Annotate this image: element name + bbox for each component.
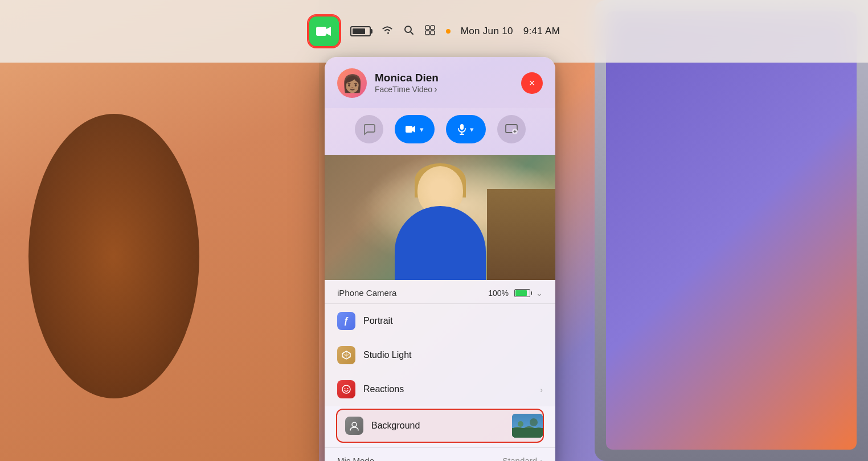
background-person-left (0, 0, 319, 461)
search-icon[interactable] (404, 25, 414, 38)
background-preview-svg (512, 414, 543, 438)
svg-rect-8 (406, 126, 412, 133)
contact-info: Monica Dien FaceTime Video (337, 68, 439, 98)
studio-light-item-left: Studio Light (337, 346, 412, 364)
video-person (383, 160, 497, 280)
svg-line-3 (410, 31, 413, 34)
svg-point-16 (345, 388, 346, 389)
camera-label: iPhone Camera (337, 288, 396, 298)
video-background-shelf (487, 189, 555, 280)
svg-rect-5 (431, 26, 435, 30)
svg-point-17 (347, 388, 349, 389)
portrait-icon: ƒ (337, 312, 355, 330)
close-button[interactable]: × (521, 72, 543, 94)
background-menu-item[interactable]: Background (336, 409, 544, 443)
menu-bar: Mon Jun 10 9:41 AM (0, 0, 868, 63)
facetime-menubar-icon[interactable] (308, 15, 340, 47)
screen-share-icon (505, 124, 518, 135)
message-button[interactable] (355, 115, 383, 143)
svg-point-18 (352, 422, 357, 427)
portrait-label: Portrait (363, 316, 393, 326)
svg-marker-9 (412, 126, 415, 133)
reactions-label: Reactions (363, 384, 404, 394)
reactions-svg-icon (341, 384, 351, 394)
portrait-item-left: ƒ Portrait (337, 312, 393, 330)
camera-expand-chevron[interactable]: ⌄ (536, 289, 543, 298)
camera-battery-icon (514, 289, 530, 297)
reactions-item-left: Reactions (337, 380, 404, 398)
svg-rect-0 (316, 27, 326, 36)
svg-rect-20 (512, 429, 543, 438)
wifi-icon (381, 25, 394, 38)
video-preview (325, 155, 555, 280)
status-dot (446, 29, 451, 34)
mic-mode-label: Mic Mode (337, 456, 374, 461)
background-thumbnail (512, 414, 543, 438)
reactions-chevron: › (540, 385, 543, 394)
background-row-wrapper: Background (325, 406, 555, 447)
camera-battery-row: 100% ⌄ (488, 289, 543, 298)
svg-marker-1 (326, 27, 331, 36)
video-icon (405, 125, 416, 134)
video-camera-icon (315, 22, 333, 40)
background-label: Background (371, 421, 420, 431)
video-chevron: ▾ (420, 125, 424, 134)
screen-share-button[interactable] (497, 115, 526, 143)
menu-time: 9:41 AM (523, 26, 560, 37)
camera-battery-percent: 100% (488, 289, 509, 298)
battery-indicator (350, 26, 371, 36)
avatar (337, 68, 367, 98)
reactions-menu-item[interactable]: Reactions › (325, 372, 555, 406)
mic-button[interactable]: ▾ (446, 115, 486, 143)
video-person-body (395, 206, 486, 280)
background-icon (345, 417, 363, 435)
studio-light-label: Studio Light (363, 350, 412, 360)
contact-name: Monica Dien (375, 72, 439, 85)
controls-row: ▾ ▾ (325, 108, 555, 155)
panel-header: Monica Dien FaceTime Video × (325, 57, 555, 108)
svg-point-21 (518, 421, 523, 427)
studio-light-icon (337, 346, 355, 364)
mic-icon (457, 124, 466, 135)
studio-light-menu-item[interactable]: Studio Light (325, 338, 555, 372)
svg-rect-7 (431, 31, 435, 35)
person-background-icon (349, 421, 359, 431)
airdrop-icon[interactable] (424, 24, 436, 39)
svg-rect-4 (425, 26, 429, 30)
video-button[interactable]: ▾ (395, 115, 435, 143)
portrait-menu-item[interactable]: ƒ Portrait (325, 304, 555, 338)
macbook-frame (595, 0, 868, 461)
menu-datetime: Mon Jun 10 (461, 26, 513, 37)
svg-point-15 (342, 385, 350, 393)
mic-chevron: ▾ (470, 125, 474, 134)
contact-call-type[interactable]: FaceTime Video (375, 84, 439, 94)
svg-rect-10 (460, 124, 464, 130)
svg-rect-19 (512, 414, 543, 438)
mic-mode-row[interactable]: Mic Mode Standard › (325, 447, 555, 461)
reactions-icon (337, 380, 355, 398)
mic-mode-chevron: › (540, 456, 543, 461)
mic-mode-value: Standard (502, 456, 537, 461)
message-icon (363, 123, 375, 135)
background-item-content: Background (337, 410, 512, 442)
iphone-camera-row: iPhone Camera 100% ⌄ (325, 280, 555, 304)
svg-rect-6 (425, 31, 429, 35)
svg-point-22 (530, 418, 538, 426)
facetime-panel: Monica Dien FaceTime Video × ▾ (325, 57, 555, 461)
cube-icon (341, 350, 351, 360)
mic-mode-right: Standard › (502, 456, 543, 461)
